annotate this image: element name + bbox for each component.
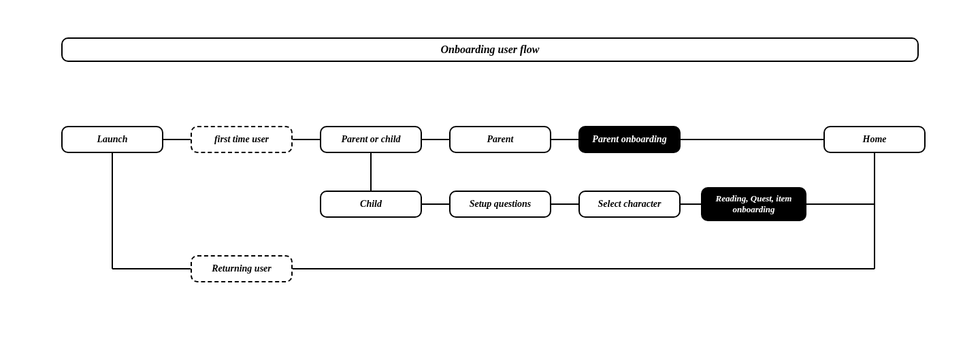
node-parent: Parent	[449, 126, 551, 153]
flow-canvas: Launch first time user Parent or child P…	[0, 0, 980, 345]
node-setup-questions-label: Setup questions	[470, 199, 532, 210]
node-parent-onboarding-label: Parent onboarding	[592, 134, 666, 146]
node-select-character-label: Select character	[598, 199, 662, 210]
node-first-time-user-label: first time user	[214, 134, 269, 146]
node-home: Home	[823, 126, 926, 153]
node-parent-or-child: Parent or child	[320, 126, 422, 153]
node-parent-onboarding: Parent onboarding	[578, 126, 681, 153]
connectors	[0, 0, 980, 345]
node-select-character: Select character	[578, 191, 681, 218]
node-home-label: Home	[863, 134, 887, 146]
node-setup-questions: Setup questions	[449, 191, 551, 218]
node-child-label: Child	[360, 199, 382, 210]
node-parent-or-child-label: Parent or child	[341, 134, 400, 146]
node-reading-quest: Reading, Quest, item onboarding	[701, 187, 806, 221]
node-child: Child	[320, 191, 422, 218]
node-launch-label: Launch	[97, 134, 127, 146]
node-launch: Launch	[61, 126, 163, 153]
node-returning-user: Returning user	[191, 255, 293, 282]
node-parent-label: Parent	[487, 134, 514, 146]
node-first-time-user: first time user	[191, 126, 293, 153]
node-returning-user-label: Returning user	[212, 263, 272, 275]
node-reading-quest-label: Reading, Quest, item onboarding	[706, 193, 801, 214]
